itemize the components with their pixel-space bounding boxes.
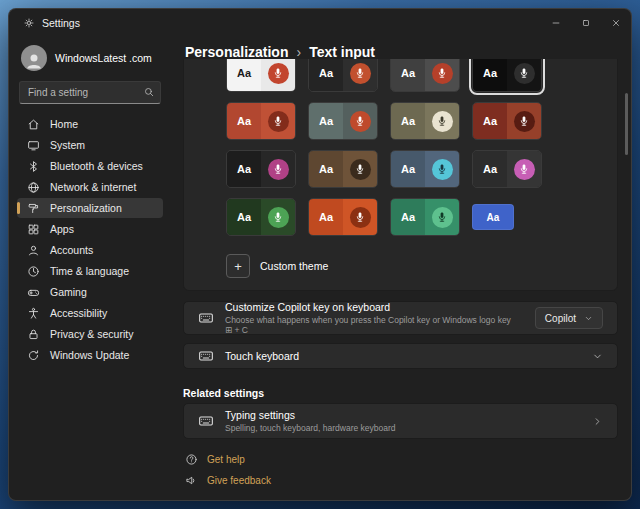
close-button[interactable] [601,9,631,37]
touch-keyboard-row[interactable]: Touch keyboard [183,343,618,369]
user-name: WindowsLatest .com [55,52,152,64]
help-icon [185,453,198,466]
theme-tile[interactable]: Aa [472,150,542,188]
theme-tile[interactable]: Aa [308,150,378,188]
theme-tile[interactable]: Aa [226,150,296,188]
sidebar-nav: HomeSystemBluetooth & devicesNetwork & i… [17,114,163,366]
theme-tile-text-half: Aa [227,151,261,187]
theme-tile-selected[interactable]: Aa [472,59,542,92]
theme-tile-mic-half [343,151,377,187]
related-settings-header: Related settings [183,387,618,399]
theme-aa-label: Aa [483,115,497,127]
minimize-button[interactable] [541,9,571,37]
theme-aa-label: Aa [237,67,251,79]
theme-tile[interactable]: Aa [226,102,296,140]
mic-circle [432,207,453,228]
main-content: Personalization › Text input AaAaAaAaAaA… [171,37,631,500]
time-icon [27,265,40,278]
page-title: Text input [309,44,375,60]
typing-settings-row[interactable]: Typing settings Spelling, touch keyboard… [183,403,618,439]
theme-tile-mic-half [425,151,459,187]
user-profile[interactable]: WindowsLatest .com [17,39,163,81]
minimize-icon [551,18,561,28]
get-help-link[interactable]: Get help [185,453,245,466]
sidebar-item-label: Network & internet [50,181,136,193]
breadcrumb-personalization[interactable]: Personalization [185,44,288,60]
selected-indicator [17,202,20,214]
sidebar-item-bluetooth-devices[interactable]: Bluetooth & devices [17,156,163,176]
theme-tile[interactable]: Aa [308,198,378,236]
theme-tile[interactable]: Aa [226,59,296,92]
mic-circle [514,63,535,84]
keyboard-icon [198,413,214,429]
titlebar-left: Settings [9,17,541,29]
scrollbar-thumb[interactable] [625,93,628,155]
sidebar-item-label: System [50,139,85,151]
theme-tile-text-half: Aa [473,59,507,91]
theme-tile[interactable]: Aa [472,204,514,230]
sidebar-item-personalization[interactable]: Personalization [17,198,163,218]
settings-gear-icon [23,17,35,29]
close-icon [611,18,621,28]
copilot-setting-text: Customize Copilot key on keyboard Choose… [225,301,513,335]
theme-tile[interactable]: Aa [390,150,460,188]
sidebar: WindowsLatest .com HomeSystemBluetooth &… [9,37,171,500]
theme-tile[interactable]: Aa [390,59,460,92]
sidebar-item-time-language[interactable]: Time & language [17,261,163,281]
custom-theme-button[interactable]: + Custom theme [226,254,328,278]
chevron-right-icon [592,416,603,427]
theme-tile[interactable]: Aa [226,198,296,236]
mic-circle [514,159,535,180]
theme-tile-cell: Aa [472,198,542,236]
maximize-button[interactable] [571,9,601,37]
mic-circle [268,159,289,180]
theme-aa-label: Aa [487,212,500,223]
mic-circle [268,111,289,132]
breadcrumb-separator-icon: › [296,44,301,60]
sidebar-item-windows-update[interactable]: Windows Update [17,345,163,365]
sidebar-item-accessibility[interactable]: Accessibility [17,303,163,323]
mic-circle [268,63,289,84]
theme-tile[interactable]: Aa [472,102,542,140]
sidebar-item-home[interactable]: Home [17,114,163,134]
theme-aa-label: Aa [483,163,497,175]
theme-tile-mic-half [261,59,295,91]
search-input[interactable] [19,81,161,104]
sidebar-item-accounts[interactable]: Accounts [17,240,163,260]
sidebar-item-label: Apps [50,223,74,235]
sidebar-item-apps[interactable]: Apps [17,219,163,239]
sidebar-item-privacy-security[interactable]: Privacy & security [17,324,163,344]
footer-link-label: Give feedback [207,475,271,486]
microphone-icon [518,115,530,127]
give-feedback-link[interactable]: Give feedback [185,474,271,487]
content-scroll-area: AaAaAaAaAaAaAaAaAaAaAaAaAaAaAaAa + Custo… [171,59,631,500]
mic-circle [350,159,371,180]
sidebar-item-system[interactable]: System [17,135,163,155]
chevron-down-icon [592,351,603,362]
theme-tile-mic-half [261,151,295,187]
mic-circle [350,207,371,228]
sidebar-item-gaming[interactable]: Gaming [17,282,163,302]
theme-tile-mic-half [425,103,459,139]
avatar [21,45,47,71]
microphone-icon [272,163,284,175]
bluetooth-icon [27,160,40,173]
theme-tile[interactable]: Aa [308,102,378,140]
theme-tile[interactable]: Aa [390,102,460,140]
keyboard-icon [198,348,214,364]
theme-aa-label: Aa [319,163,333,175]
copilot-dropdown[interactable]: Copilot [535,307,603,329]
microphone-icon [518,67,530,79]
theme-tile-text-half: Aa [473,103,507,139]
theme-tile-text-half: Aa [309,59,343,91]
theme-tile-mic-half [343,103,377,139]
theme-tile[interactable]: Aa [308,59,378,92]
person-icon [24,51,44,71]
theme-aa-label: Aa [237,211,251,223]
theme-tile-text-half: Aa [391,103,425,139]
sidebar-item-network-internet[interactable]: Network & internet [17,177,163,197]
typing-settings-title: Typing settings [225,409,396,421]
theme-tile[interactable]: Aa [390,198,460,236]
accounts-icon [27,244,40,257]
theme-tile-text-half: Aa [227,59,261,91]
